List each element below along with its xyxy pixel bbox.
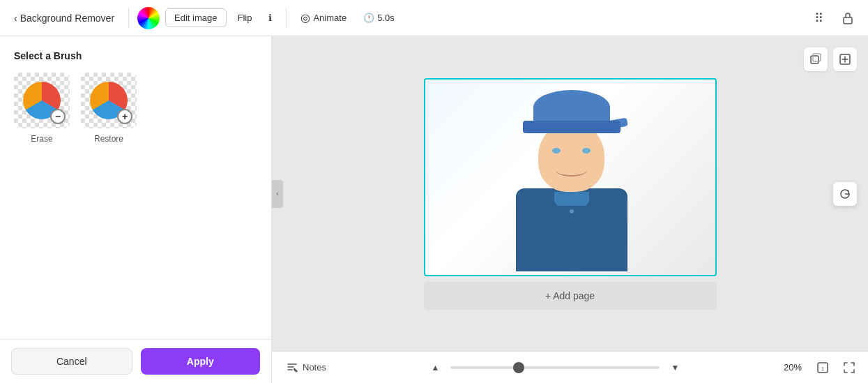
animate-label: Animate [313,13,347,23]
animate-button[interactable]: ◎ Animate [295,8,352,28]
toolbar-right: ⠿ [807,6,860,30]
cap-front-brim [523,121,620,133]
cancel-button[interactable]: Cancel [11,348,132,375]
button-detail [570,209,574,213]
grid-icon: ⠿ [814,10,823,26]
svg-rect-0 [844,17,852,24]
bottom-right: 20% 1 [779,357,860,378]
flip-button[interactable]: Flip [232,9,258,27]
back-arrow-icon: ‹ [14,13,17,24]
canvas-icons [804,47,857,71]
duration-button[interactable]: 🕐 5.0s [358,9,400,27]
select-brush-title: Select a Brush [14,50,257,61]
restore-icon-overlay: + [117,109,132,124]
zoom-label: 20% [779,362,807,373]
top-toolbar: ‹ Background Remover Edit image Flip ℹ ◎… [0,0,868,36]
erase-icon-overlay: − [50,109,66,124]
flip-label: Flip [238,13,252,23]
toolbar-divider-2 [286,8,287,28]
notes-label: Notes [303,362,326,373]
page-view-icon: 1 [816,361,829,374]
edit-image-button[interactable]: Edit image [165,8,226,27]
duplicate-icon [809,53,822,66]
page-view-button[interactable]: 1 [812,357,833,378]
add-canvas-button[interactable] [833,47,857,71]
info-button[interactable]: ℹ [263,9,277,27]
image-card[interactable] [424,78,717,276]
svg-rect-2 [813,54,821,61]
lock-button[interactable] [836,6,860,30]
canvas-main: + Add page ‹ [272,36,868,351]
erase-brush-option[interactable]: − Erase [14,73,70,144]
add-page-button[interactable]: + Add page [424,282,717,310]
notes-icon [286,361,298,374]
canvas-content: + Add page [424,78,717,310]
refresh-icon [838,187,852,201]
scroll-up-button[interactable]: ▲ [429,360,443,375]
duration-label: 5.0s [377,13,395,23]
panel-content: Select a Brush − Erase + Restore [0,36,271,339]
clock-icon: 🕐 [363,13,374,23]
scroll-thumb [513,362,524,373]
color-wheel-btn[interactable] [137,7,160,29]
collar [554,192,589,206]
grid-button[interactable]: ⠿ [807,6,830,30]
restore-brush-preview: + [81,73,137,128]
canvas-collapse-arrow[interactable]: ‹ [272,180,283,208]
toolbar-divider-1 [128,8,129,28]
left-panel: Select a Brush − Erase + Restore [0,36,272,383]
duplicate-canvas-button[interactable] [804,47,828,71]
fullscreen-button[interactable] [839,357,860,378]
panel-footer: Cancel Apply [0,339,271,383]
restore-brush-option[interactable]: + Restore [81,73,137,144]
scroll-track[interactable] [450,366,660,369]
fullscreen-icon [843,361,855,374]
restore-label: Restore [94,134,123,144]
brush-options: − Erase + Restore [14,73,257,144]
erase-label: Erase [31,134,52,144]
scroll-down-button[interactable]: ▼ [668,360,682,375]
add-page-icon [839,53,851,66]
canvas-refresh-area [833,182,857,206]
bottom-bar: Notes ▲ ▼ 20% 1 [272,351,868,383]
smile [556,164,587,177]
apply-button[interactable]: Apply [141,348,261,375]
svg-text:1: 1 [821,366,825,372]
animate-icon: ◎ [300,11,310,24]
right-eye [582,148,591,153]
erase-brush-preview: − [14,73,70,128]
main-area: Select a Brush − Erase + Restore [0,36,868,383]
back-button[interactable]: ‹ Background Remover [8,10,120,27]
child-body [516,188,627,271]
photo-area [425,80,717,275]
refresh-button[interactable] [833,182,857,206]
left-eye [552,148,561,153]
lock-icon [841,11,855,25]
cap-top [533,90,610,125]
info-icon: ℹ [268,13,272,23]
bottom-center: ▲ ▼ [337,360,773,375]
notes-button[interactable]: Notes [280,359,332,377]
canvas-area: + Add page ‹ Notes ▲ ▼ 20 [272,36,868,383]
svg-rect-1 [811,56,818,63]
back-label: Background Remover [20,13,114,24]
